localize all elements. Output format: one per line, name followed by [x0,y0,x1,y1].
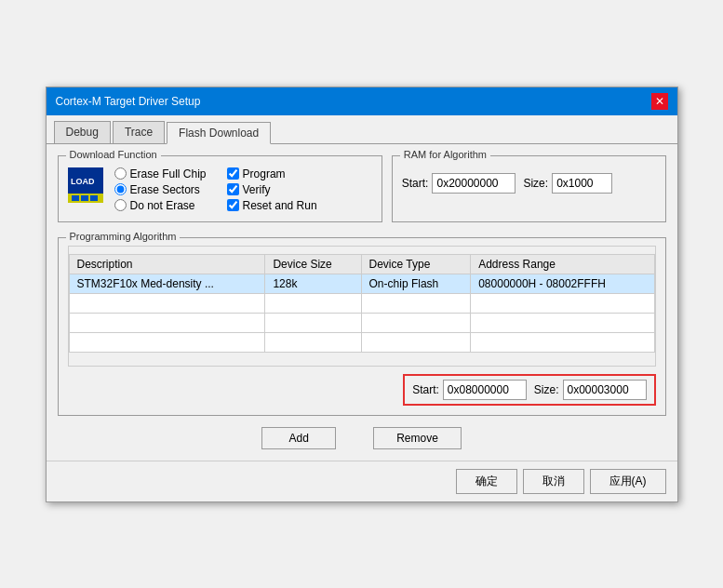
bottom-bar: 确定 取消 应用(A) [47,461,677,501]
ram-content: Start: Size: [402,173,656,194]
checkbox-program-item: Program [227,167,317,180]
radio-erase-sectors-input[interactable] [114,183,127,195]
dialog-window: Cortex-M Target Driver Setup ✕ Debug Tra… [46,87,678,502]
row-device-type: On-chip Flash [361,274,471,293]
radio-group: Erase Full Chip Erase Sectors Do not Era… [114,167,207,212]
ram-algorithm-box: RAM for Algorithm Start: Size: [392,155,666,222]
programming-algorithm-title: Programming Algorithm [66,231,181,242]
radio-do-not-erase-input[interactable] [114,199,127,211]
prog-start-size-box: Start: Size: [403,374,655,406]
table-row[interactable]: STM32F10x Med-density ... 128k On-chip F… [69,274,654,293]
checkbox-reset-run-item: Reset and Run [227,199,317,212]
ram-algorithm-title: RAM for Algorithm [400,149,490,160]
apply-button[interactable]: 应用(A) [590,469,666,494]
action-buttons-row: Add Remove [58,427,666,449]
radio-do-not-erase: Do not Erase [114,199,207,212]
prog-start-label: Start: [412,383,439,396]
col-description: Description [69,254,265,274]
prog-size-input[interactable] [563,380,647,400]
svg-rect-4 [81,195,88,201]
prog-size-label: Size: [534,383,559,396]
tab-trace[interactable]: Trace [113,121,165,143]
radio-erase-full-label: Erase Full Chip [130,167,207,180]
checkbox-reset-run[interactable] [227,199,239,211]
table-header-row: Description Device Size Device Type Addr… [69,254,654,274]
prog-start-size-row: Start: Size: [68,374,656,406]
ram-size-label: Size: [523,177,548,190]
row-device-size: 128k [265,274,361,293]
close-button[interactable]: ✕ [651,93,668,110]
svg-text:LOAD: LOAD [71,177,95,186]
ram-size-input[interactable] [552,173,612,194]
radio-erase-full: Erase Full Chip [114,167,207,180]
table-row-empty-1 [69,293,654,313]
svg-rect-5 [90,195,98,201]
ram-start-label: Start: [402,177,429,190]
checkbox-verify-item: Verify [227,183,317,196]
top-section: Download Function LOAD [58,155,666,232]
ok-button[interactable]: 确定 [456,469,517,494]
cancel-button[interactable]: 取消 [523,469,584,494]
main-content: Download Function LOAD [47,144,677,461]
radio-do-not-erase-label: Do not Erase [130,199,195,212]
load-icon: LOAD [68,167,103,203]
tab-flash-download[interactable]: Flash Download [167,122,271,144]
svg-rect-3 [72,195,79,201]
prog-size-field: Size: [534,380,647,400]
download-function-title: Download Function [66,149,161,160]
download-function-box: Download Function LOAD [58,155,382,222]
radio-erase-sectors-label: Erase Sectors [130,183,200,196]
remove-button[interactable]: Remove [373,427,462,449]
checkbox-verify-label: Verify [243,183,271,196]
table-row-empty-3 [69,332,654,352]
checkbox-reset-run-label: Reset and Run [243,199,317,212]
tab-bar: Debug Trace Flash Download [47,115,677,144]
algorithm-table: Description Device Size Device Type Addr… [69,254,655,353]
tab-debug[interactable]: Debug [54,121,111,143]
programming-algorithm-box: Programming Algorithm Description Device… [58,237,666,416]
col-device-size: Device Size [265,254,361,274]
window-title: Cortex-M Target Driver Setup [56,95,201,108]
prog-start-field: Start: [412,380,527,400]
radio-erase-sectors: Erase Sectors [114,183,207,196]
col-address-range: Address Range [471,254,654,274]
row-address-range: 08000000H - 08002FFFH [471,274,654,293]
add-button[interactable]: Add [261,427,336,449]
title-bar: Cortex-M Target Driver Setup ✕ [47,87,677,115]
algorithm-table-wrapper: Description Device Size Device Type Addr… [68,246,656,367]
checkbox-group: Program Verify Reset and Run [227,167,317,212]
checkbox-program[interactable] [227,167,239,180]
prog-start-input[interactable] [443,380,527,400]
download-function-content: LOAD Erase Full Chip [68,167,372,212]
checkbox-verify[interactable] [227,183,239,195]
ram-start-field: Start: [402,173,516,194]
col-device-type: Device Type [361,254,471,274]
ram-start-input[interactable] [432,173,515,194]
ram-size-field: Size: [523,173,612,194]
radio-erase-full-input[interactable] [114,167,127,180]
table-row-empty-2 [69,313,654,332]
row-description: STM32F10x Med-density ... [69,274,265,293]
checkbox-program-label: Program [243,167,286,180]
